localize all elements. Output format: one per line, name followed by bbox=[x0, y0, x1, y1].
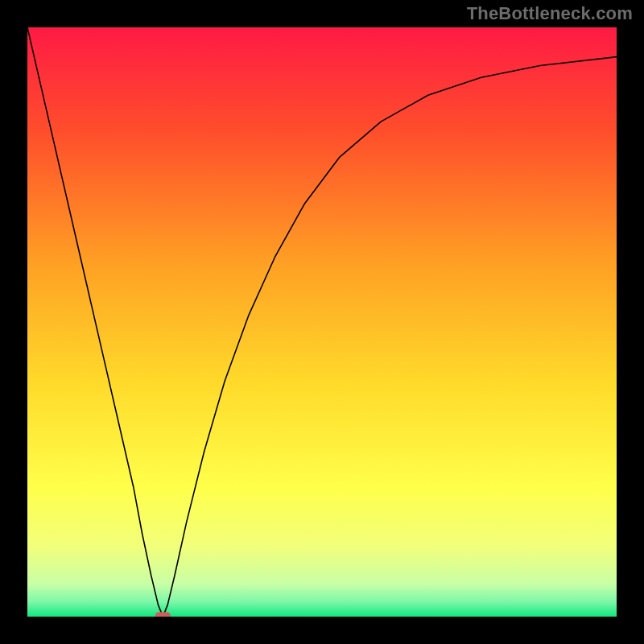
watermark-text: TheBottleneck.com bbox=[467, 3, 633, 24]
gradient-background bbox=[27, 27, 617, 617]
plot-area bbox=[27, 27, 617, 617]
optimal-marker bbox=[155, 612, 171, 617]
chart-svg bbox=[27, 27, 617, 617]
chart-frame: TheBottleneck.com bbox=[0, 0, 644, 644]
